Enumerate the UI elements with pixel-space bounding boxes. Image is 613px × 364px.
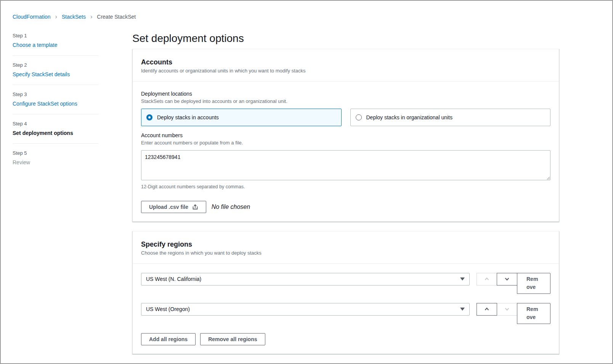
breadcrumb-link-stacksets[interactable]: StackSets [62, 14, 86, 20]
deployment-locations-label: Deployment locations [141, 91, 550, 97]
region-select-1[interactable]: US West (N. California) [141, 273, 470, 285]
accounts-card-header: Accounts Identify accounts or organizati… [133, 49, 559, 82]
add-all-regions-button[interactable]: Add all regions [141, 333, 196, 345]
main-layout: Step 1 Choose a template Step 2 Specify … [1, 20, 612, 363]
accounts-card-description: Identify accounts or organizational unit… [141, 68, 550, 74]
region-select-value: US West (N. California) [146, 276, 201, 282]
step-number: Step 5 [13, 150, 98, 156]
breadcrumb-link-cloudformation[interactable]: CloudFormation [13, 14, 51, 20]
regions-card-body: US West (N. California) [133, 264, 559, 354]
radio-option-label: Deploy stacks in accounts [157, 114, 219, 120]
sidebar-step-configure-options[interactable]: Configure StackSet options [13, 101, 98, 107]
region-actions: Add all regions Remove all regions [141, 333, 550, 345]
chevron-right-icon: › [90, 14, 92, 19]
wizard-step-5: Step 5 Review [13, 144, 98, 173]
file-chosen-status: No file chosen [212, 204, 250, 210]
region-select-value: US West (Oregon) [146, 306, 190, 312]
chevron-up-icon [484, 306, 490, 312]
page: CloudFormation › StackSets › Create Stac… [1, 1, 612, 364]
sidebar-step-set-deployment-current: Set deployment options [13, 130, 98, 136]
sidebar-step-choose-template[interactable]: Choose a template [13, 42, 98, 48]
remove-region-label: Remove [526, 305, 541, 321]
breadcrumb-current: Create StackSet [97, 14, 136, 20]
radio-deploy-stacks-in-accounts[interactable]: Deploy stacks in accounts [141, 109, 342, 126]
account-numbers-label: Account numbers [141, 132, 550, 138]
sidebar-step-review-disabled: Review [13, 159, 98, 165]
remove-region-button[interactable]: Remove [517, 273, 550, 294]
wizard-steps: Step 1 Choose a template Step 2 Specify … [13, 32, 98, 363]
chevron-up-icon [484, 276, 490, 282]
caret-down-icon [460, 277, 465, 281]
radio-option-label: Deploy stacks in organizational units [366, 114, 453, 120]
wizard-step-2: Step 2 Specify StackSet details [13, 56, 98, 85]
move-button-group [477, 273, 517, 285]
move-region-down-button[interactable] [497, 273, 517, 285]
move-region-up-button[interactable] [477, 303, 497, 316]
regions-card-description: Choose the regions in which you want to … [141, 250, 550, 256]
account-numbers-hint: 12-Digit account numbers separated by co… [141, 184, 550, 189]
deployment-locations-description: StackSets can be deployed into accounts … [141, 98, 550, 104]
regions-card: Specify regions Choose the regions in wh… [132, 231, 559, 354]
page-title: Set deployment options [132, 32, 559, 45]
upload-icon [192, 204, 198, 210]
step-number: Step 1 [13, 33, 98, 38]
upload-row: Upload .csv file No file chosen [141, 201, 550, 213]
regions-card-title: Specify regions [141, 241, 550, 249]
remove-region-button[interactable]: Remove [517, 303, 550, 324]
step-number: Step 4 [13, 121, 98, 127]
deployment-locations-field: Deployment locations StackSets can be de… [141, 91, 550, 126]
remove-all-regions-button[interactable]: Remove all regions [200, 333, 265, 345]
move-button-group [477, 303, 517, 316]
breadcrumb: CloudFormation › StackSets › Create Stac… [1, 1, 612, 20]
region-select-2[interactable]: US West (Oregon) [141, 303, 470, 316]
regions-card-header: Specify regions Choose the regions in wh… [133, 231, 559, 264]
step-number: Step 2 [13, 62, 98, 68]
account-numbers-description: Enter account numbers or populate from a… [141, 140, 550, 146]
caret-down-icon [460, 308, 465, 311]
upload-csv-button-label: Upload .csv file [149, 204, 188, 210]
wizard-step-3: Step 3 Configure StackSet options [13, 85, 98, 114]
chevron-down-icon [504, 306, 510, 312]
chevron-down-icon [504, 276, 510, 282]
step-number: Step 3 [13, 91, 98, 97]
accounts-card-body: Deployment locations StackSets can be de… [133, 82, 559, 221]
radio-deploy-stacks-in-organizational-units[interactable]: Deploy stacks in organizational units [350, 109, 551, 126]
screenshot-frame: CloudFormation › StackSets › Create Stac… [0, 0, 613, 364]
region-row: US West (N. California) [141, 273, 550, 294]
upload-csv-button[interactable]: Upload .csv file [141, 201, 206, 213]
region-row: US West (Oregon) [141, 303, 550, 324]
accounts-card: Accounts Identify accounts or organizati… [132, 49, 559, 222]
account-numbers-field: Account numbers Enter account numbers or… [141, 132, 550, 189]
radio-unselected-icon [356, 114, 362, 120]
chevron-right-icon: › [55, 14, 57, 19]
main-content: Set deployment options Accounts Identify… [132, 32, 559, 363]
radio-selected-icon [146, 114, 152, 120]
wizard-step-1: Step 1 Choose a template [13, 32, 98, 56]
remove-region-label: Remove [526, 275, 541, 291]
sidebar-step-specify-details[interactable]: Specify StackSet details [13, 71, 98, 77]
move-region-up-button[interactable] [477, 273, 497, 285]
wizard-step-4: Step 4 Set deployment options [13, 114, 98, 144]
account-numbers-input[interactable]: 123245678941 [141, 150, 550, 180]
accounts-card-title: Accounts [141, 58, 550, 66]
move-region-down-button[interactable] [497, 303, 517, 316]
deployment-location-options: Deploy stacks in accounts Deploy stacks … [141, 109, 550, 126]
